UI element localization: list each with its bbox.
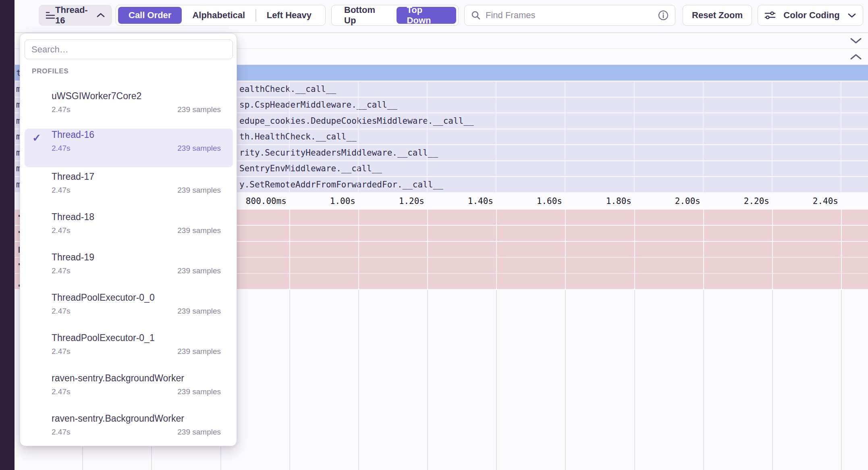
profile-option[interactable]: Thread-18 2.47s 239 samples xyxy=(25,211,233,250)
tab-left-heavy[interactable]: Left Heavy xyxy=(256,7,322,24)
nav-strip xyxy=(0,0,15,470)
tab-top-down[interactable]: Top Down xyxy=(397,7,456,24)
axis-tick-label: 1.20s xyxy=(399,196,424,206)
thread-selector-dropdown: PROFILES uWSGIWorker7Core2 2.47s 239 sam… xyxy=(20,33,237,446)
profile-samples: 239 samples xyxy=(177,266,221,275)
profile-option[interactable]: raven-sentry.BackgroundWorker 2.47s 239 … xyxy=(25,412,233,451)
profile-name: raven-sentry.BackgroundWorker xyxy=(52,373,184,384)
profile-name: uWSGIWorker7Core2 xyxy=(52,91,141,102)
profile-option[interactable]: ThreadPoolExecutor-0_1 2.47s 239 samples xyxy=(25,332,233,370)
toolbar: Thread-16 Call Order Alphabetical Left H… xyxy=(15,0,868,33)
gridline xyxy=(427,290,428,470)
profile-option[interactable]: ThreadPoolExecutor-0_0 2.47s 239 samples xyxy=(25,291,233,330)
frame-label: sp.CspHeaderMiddleware.__call__ xyxy=(239,100,397,110)
axis-tick-label: 2.40s xyxy=(813,196,838,206)
profile-name: ThreadPoolExecutor-0_1 xyxy=(52,333,155,343)
profiler-app: Thread-16 Call Order Alphabetical Left H… xyxy=(0,0,868,470)
axis-tick-label: 1.60s xyxy=(537,196,562,206)
profile-name: raven-sentry.BackgroundWorker xyxy=(52,413,184,424)
tab-bottom-up[interactable]: Bottom Up xyxy=(334,7,397,24)
profile-duration: 2.47s xyxy=(52,307,70,316)
gridline xyxy=(634,290,635,470)
sliders-icon xyxy=(764,10,776,20)
chevron-down-icon xyxy=(847,12,856,18)
tab-alphabetical[interactable]: Alphabetical xyxy=(182,7,255,24)
thread-selector-label: Thread-16 xyxy=(55,5,96,26)
profile-samples: 239 samples xyxy=(177,144,221,153)
gridline xyxy=(703,290,704,470)
check-icon: ✓ xyxy=(32,132,41,144)
dropdown-search-input[interactable] xyxy=(31,44,226,55)
profile-samples: 239 samples xyxy=(177,387,221,396)
reset-zoom-button[interactable]: Reset Zoom xyxy=(683,5,752,26)
find-frames-input[interactable] xyxy=(486,10,658,21)
frame-label: ealthCheck.__call__ xyxy=(239,84,336,94)
frame-label: rity.SecurityHeadersMiddleware.__call__ xyxy=(239,148,438,158)
profile-name: Thread-19 xyxy=(52,252,94,263)
profile-samples: 239 samples xyxy=(177,226,221,235)
profile-option[interactable]: Thread-17 2.47s 239 samples xyxy=(25,171,233,209)
frame-label: th.HealthCheck.__call__ xyxy=(239,132,357,141)
gridline xyxy=(358,290,359,470)
profile-name: Thread-18 xyxy=(52,212,94,223)
profile-name: Thread-16 xyxy=(52,129,94,140)
find-frames-search xyxy=(464,5,675,26)
axis-tick-label: 2.00s xyxy=(675,196,700,206)
thread-list-icon xyxy=(46,11,55,20)
profile-duration: 2.47s xyxy=(52,105,70,114)
gridline xyxy=(772,290,773,470)
frame-label: y.SetRemoteAddrFromForwardedFor.__call__ xyxy=(239,180,443,189)
gridline xyxy=(289,290,290,470)
thread-selector-button[interactable]: Thread-16 xyxy=(39,5,112,26)
info-icon[interactable] xyxy=(658,10,669,21)
profile-duration: 2.47s xyxy=(52,144,70,153)
profile-option[interactable]: raven-sentry.BackgroundWorker 2.47s 239 … xyxy=(25,372,233,411)
dropdown-section-label: PROFILES xyxy=(32,67,69,75)
profile-samples: 239 samples xyxy=(177,105,221,114)
axis-tick-label: 1.80s xyxy=(606,196,631,206)
gridline xyxy=(841,290,842,470)
profile-name: Thread-17 xyxy=(52,171,94,182)
direction-segmented-group: Bottom Up Top Down xyxy=(331,5,459,26)
profile-samples: 239 samples xyxy=(177,347,221,356)
profile-name: ThreadPoolExecutor-0_0 xyxy=(52,292,155,303)
axis-tick-label: 1.40s xyxy=(468,196,493,206)
profile-duration: 2.47s xyxy=(52,226,70,235)
search-icon xyxy=(471,10,481,20)
profile-option-selected[interactable]: ✓ Thread-16 2.47s 239 samples xyxy=(25,129,233,167)
frame-label: edupe_cookies.DedupeCookiesMiddleware.__… xyxy=(239,116,474,126)
gridline xyxy=(496,290,497,470)
profile-duration: 2.47s xyxy=(52,387,70,396)
profile-option[interactable]: uWSGIWorker7Core2 2.47s 239 samples xyxy=(25,90,233,129)
profile-option[interactable]: Thread-19 2.47s 239 samples xyxy=(25,251,233,290)
profile-samples: 239 samples xyxy=(177,186,221,195)
sort-segmented-group: Call Order Alphabetical Left Heavy xyxy=(116,5,326,26)
gridline xyxy=(565,290,566,470)
profile-duration: 2.47s xyxy=(52,428,70,437)
profile-samples: 239 samples xyxy=(177,307,221,316)
expand-chevron-down-icon[interactable] xyxy=(849,37,862,44)
frame-label: SentryEnvMiddleware.__call__ xyxy=(239,164,382,173)
chevron-up-icon xyxy=(96,12,105,18)
dropdown-search xyxy=(25,40,233,59)
color-coding-label: Color Coding xyxy=(783,10,839,21)
axis-tick-label: 2.20s xyxy=(744,196,769,206)
profile-samples: 239 samples xyxy=(177,428,221,437)
axis-tick-label: 1.00s xyxy=(330,196,355,206)
profile-duration: 2.47s xyxy=(52,186,70,195)
color-coding-button[interactable]: Color Coding xyxy=(758,5,863,26)
collapse-chevron-up-icon[interactable] xyxy=(849,53,862,60)
tab-call-order[interactable]: Call Order xyxy=(118,7,182,24)
profile-duration: 2.47s xyxy=(52,347,70,356)
axis-tick-label: 800.00ms xyxy=(246,196,287,206)
profile-duration: 2.47s xyxy=(52,266,70,275)
